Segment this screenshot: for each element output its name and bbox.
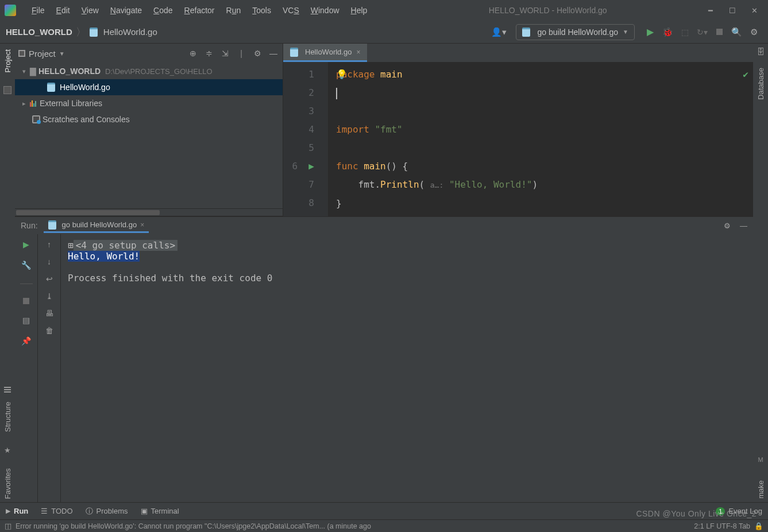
editor-tab[interactable]: HelloWorld.go ×: [283, 44, 367, 62]
tree-file[interactable]: HelloWorld.go: [15, 79, 283, 95]
fold-region[interactable]: <4 go setup calls>: [74, 240, 177, 251]
tree-root-name: HELLO_WORLD: [38, 67, 101, 76]
collapse-all-icon[interactable]: ⇲: [219, 49, 231, 58]
editor-panel: HelloWorld.go × 123456 ▶78 💡 ✔ package m…: [283, 44, 753, 216]
libraries-icon: [30, 100, 36, 107]
gear-icon[interactable]: ⚙: [252, 49, 263, 58]
menu-file[interactable]: File: [26, 3, 50, 17]
app-logo-icon: [5, 5, 16, 16]
go-file-icon: [48, 220, 56, 230]
breadcrumb-sep-icon: 〉: [76, 25, 86, 39]
run-config-selector[interactable]: go build HelloWorld.go ▼: [516, 24, 635, 40]
status-message[interactable]: Error running 'go build HelloWorld.go': …: [16, 522, 371, 530]
tree-external-libs[interactable]: ▸ External Libraries: [15, 95, 283, 111]
project-header-label[interactable]: Project: [29, 49, 56, 59]
project-tool-icon: [18, 50, 25, 57]
menu-refactor[interactable]: Refactor: [179, 3, 220, 17]
menu-view[interactable]: View: [76, 3, 104, 17]
tree-external-label: External Libraries: [40, 99, 102, 108]
gear-icon[interactable]: ⚙: [724, 222, 731, 230]
clear-icon[interactable]: 🗑: [45, 326, 53, 335]
status-tool-windows-icon[interactable]: ◫: [5, 522, 11, 530]
inspection-ok-icon[interactable]: ✔: [743, 65, 748, 84]
chevron-down-icon[interactable]: ▾: [21, 68, 28, 75]
chevron-right-icon[interactable]: ▸: [21, 100, 28, 107]
down-icon[interactable]: ↓: [47, 257, 51, 266]
menu-navigate[interactable]: Navigate: [105, 3, 147, 17]
rail-project[interactable]: Project: [2, 46, 13, 76]
status-bar: ◫ Error running 'go build HelloWorld.go'…: [0, 519, 768, 532]
scratches-icon: [32, 115, 40, 123]
rail-folder-icon[interactable]: [3, 86, 11, 94]
status-right[interactable]: 2:1 LF UTF-8 Tab: [694, 522, 750, 530]
menu-vcs[interactable]: VCS: [277, 3, 304, 17]
structure-icon: [4, 387, 11, 388]
project-panel: Project ▼ ⊕ ≑ ⇲ | ⚙ — ▾ ▇ HELLO_WORLD: [15, 44, 283, 216]
run-output[interactable]: ⊞<4 go setup calls> Hello, World! Proces…: [61, 234, 753, 502]
star-icon: ★: [4, 446, 11, 455]
run-tab[interactable]: go build HelloWorld.go ×: [44, 219, 149, 233]
code-editor[interactable]: 123456 ▶78 💡 ✔ package main import "fmt"…: [283, 62, 753, 216]
rerun-icon[interactable]: ▶: [23, 240, 29, 249]
line-gutter: 123456 ▶78: [283, 62, 328, 216]
stop-button[interactable]: [713, 26, 725, 38]
tree-scratches[interactable]: Scratches and Consoles: [15, 111, 283, 127]
lock-icon[interactable]: 🔒: [754, 522, 763, 530]
run-config-label: go build HelloWorld.go: [537, 28, 618, 37]
locate-icon[interactable]: ⊕: [187, 49, 199, 58]
navigation-bar: HELLO_WORLD 〉 HelloWorld.go 👤▾ go build …: [0, 21, 768, 44]
debug-button[interactable]: 🐞: [661, 26, 674, 38]
menu-edit[interactable]: Edit: [51, 3, 75, 17]
project-scrollbar-h[interactable]: [15, 208, 283, 216]
tree-root-path: D:\Dev\PROJECTS_GO\HELLO: [105, 67, 212, 76]
minimize-icon[interactable]: ━: [706, 6, 715, 15]
hide-icon[interactable]: —: [268, 49, 279, 58]
tool-problems[interactable]: ⓘProblems: [86, 506, 128, 517]
breadcrumb-root[interactable]: HELLO_WORLD: [6, 27, 72, 37]
tree-root[interactable]: ▾ ▇ HELLO_WORLD D:\Dev\PROJECTS_GO\HELLO: [15, 63, 283, 79]
coverage-button[interactable]: ⬚: [678, 26, 691, 38]
tool-todo[interactable]: ☰TODO: [41, 507, 72, 515]
breadcrumb-file[interactable]: HelloWorld.go: [103, 27, 157, 37]
menu-run[interactable]: Run: [221, 3, 246, 17]
search-button[interactable]: 🔍: [730, 26, 743, 38]
layout-icon[interactable]: ▤: [22, 316, 30, 325]
hide-icon[interactable]: —: [740, 222, 747, 230]
chevron-down-icon[interactable]: ▼: [59, 51, 65, 57]
cwm-user-icon[interactable]: 👤▾: [489, 27, 509, 37]
rail-database[interactable]: Database: [755, 64, 766, 103]
tree-scratches-label: Scratches and Consoles: [43, 115, 130, 124]
menu-code[interactable]: Code: [148, 3, 177, 17]
chevron-down-icon: ▼: [623, 29, 628, 35]
rail-favorites[interactable]: Favorites: [2, 465, 13, 502]
intention-bulb-icon[interactable]: 💡: [336, 65, 348, 84]
stop-icon[interactable]: [23, 298, 29, 304]
profile-button[interactable]: ↻▾: [696, 26, 708, 38]
menu-tools[interactable]: Tools: [247, 3, 276, 17]
wrench-icon[interactable]: 🔧: [21, 261, 31, 270]
close-tab-icon[interactable]: ×: [140, 221, 144, 229]
settings-button[interactable]: ⚙: [747, 26, 760, 38]
rail-structure[interactable]: Structure: [2, 398, 13, 436]
tool-terminal[interactable]: ▣Terminal: [141, 507, 179, 515]
close-tab-icon[interactable]: ×: [356, 48, 360, 56]
code-area[interactable]: 💡 ✔ package main import "fmt" func main(…: [328, 62, 753, 216]
menu-help[interactable]: Help: [346, 3, 373, 17]
print-icon[interactable]: 🖶: [45, 309, 53, 318]
folder-icon: ▇: [30, 67, 36, 76]
window-controls: ━ ☐ ✕: [706, 6, 763, 15]
rail-make[interactable]: make: [755, 477, 766, 502]
run-output-line: Hello, World!: [68, 251, 140, 262]
up-icon[interactable]: ↑: [47, 240, 51, 249]
tool-run[interactable]: ▶Run: [6, 507, 28, 515]
go-file-icon: [290, 48, 298, 57]
maximize-icon[interactable]: ☐: [728, 6, 737, 15]
pin-icon[interactable]: 📌: [21, 336, 31, 345]
expand-all-icon[interactable]: ≑: [203, 49, 215, 58]
scroll-to-end-icon[interactable]: ⤓: [46, 292, 53, 301]
close-icon[interactable]: ✕: [750, 6, 759, 15]
soft-wrap-icon[interactable]: ↩: [46, 274, 53, 284]
breadcrumb: HELLO_WORLD 〉 HelloWorld.go: [6, 25, 157, 39]
menu-window[interactable]: Window: [306, 3, 345, 17]
run-button[interactable]: ▶: [644, 26, 657, 38]
